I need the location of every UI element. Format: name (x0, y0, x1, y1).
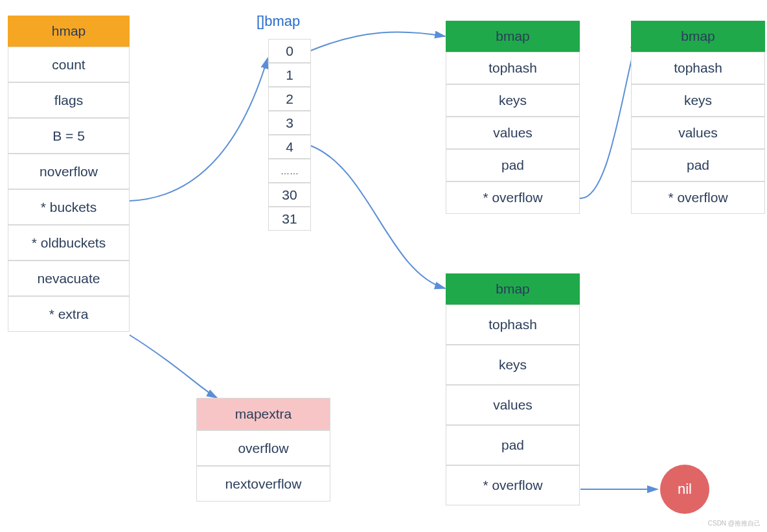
bmap-header: bmap (446, 21, 580, 52)
bmap-row: * overflow (631, 181, 765, 214)
hmap-header: hmap (8, 16, 130, 47)
bmap-row: pad (446, 425, 580, 465)
array-cell: 0 (268, 39, 311, 63)
bmap-array-label: []bmap (257, 13, 300, 30)
bmap-header: bmap (446, 273, 580, 305)
hmap-row: nevacuate (8, 260, 130, 296)
bmap-row: values (446, 117, 580, 149)
mapextra-table: mapextra overflow nextoverflow (196, 398, 330, 502)
array-cell: 4 (268, 135, 311, 159)
hmap-row: flags (8, 82, 130, 118)
bmap-row: tophash (446, 52, 580, 84)
mapextra-header: mapextra (196, 398, 330, 430)
bmap-header: bmap (631, 21, 765, 52)
hmap-row: noverflow (8, 154, 130, 189)
hmap-row: * extra (8, 296, 130, 332)
array-cell: 30 (268, 183, 311, 207)
array-cell: 1 (268, 63, 311, 87)
bmap-row: * overflow (446, 465, 580, 505)
bmap-table-1: bmap tophash keys values pad * overflow (446, 21, 580, 214)
array-cell: 31 (268, 207, 311, 231)
hmap-row: count (8, 47, 130, 82)
bmap-row: pad (446, 149, 580, 181)
array-cell: 3 (268, 111, 311, 135)
watermark: CSDN @推推自己 (708, 519, 761, 528)
array-cell: …… (268, 159, 311, 183)
bmap-row: keys (446, 345, 580, 385)
mapextra-row: nextoverflow (196, 466, 330, 502)
hmap-row: * buckets (8, 189, 130, 225)
bmap-table-3: bmap tophash keys values pad * overflow (446, 273, 580, 505)
bmap-row: tophash (446, 305, 580, 345)
bmap-row: keys (446, 84, 580, 117)
bmap-table-2: bmap tophash keys values pad * overflow (631, 21, 765, 214)
bmap-row: pad (631, 149, 765, 181)
bmap-row: keys (631, 84, 765, 117)
diagram-canvas: hmap count flags B = 5 noverflow * bucke… (0, 0, 767, 532)
hmap-table: hmap count flags B = 5 noverflow * bucke… (8, 16, 130, 332)
hmap-row: B = 5 (8, 118, 130, 154)
bmap-row: tophash (631, 52, 765, 84)
bmap-row: values (631, 117, 765, 149)
bmap-array: 0 1 2 3 4 …… 30 31 (268, 39, 311, 231)
mapextra-row: overflow (196, 430, 330, 466)
hmap-row: * oldbuckets (8, 225, 130, 260)
nil-circle: nil (660, 465, 709, 514)
bmap-row: values (446, 385, 580, 425)
array-cell: 2 (268, 87, 311, 111)
bmap-row: * overflow (446, 181, 580, 214)
